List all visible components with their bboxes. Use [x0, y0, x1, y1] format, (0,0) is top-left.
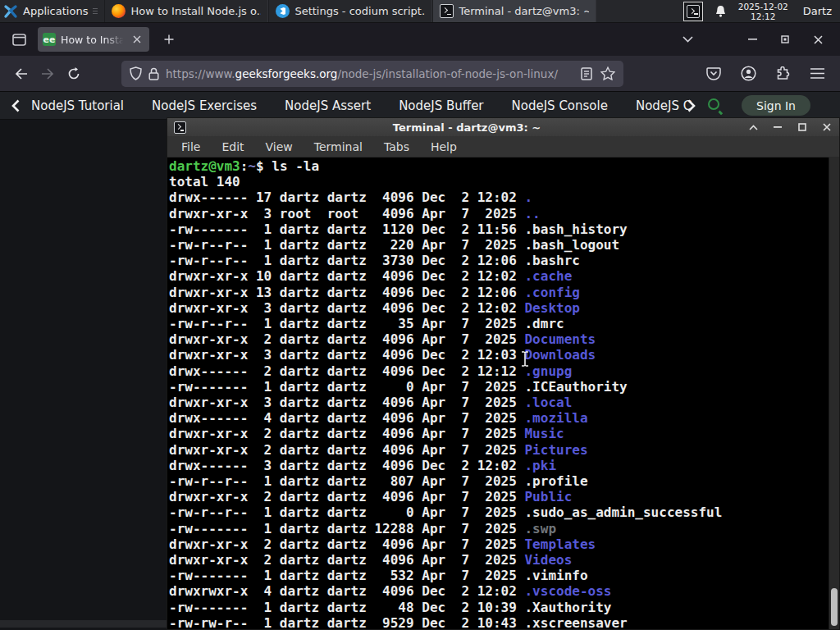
bookmark-star-icon[interactable]	[600, 66, 615, 80]
clock[interactable]: 2025-12-02 12:12	[738, 2, 788, 21]
terminal-output-line: drwxr-xr-x 2 dartz dartz 4096 Apr 7 2025…	[169, 552, 839, 568]
terminal-output[interactable]: dartz@vm3:~$ ls -la total 140 drwx------…	[167, 158, 839, 629]
terminal-minimize-button[interactable]	[772, 121, 783, 133]
chevron-left-icon	[11, 99, 20, 112]
sitenav-link[interactable]: NodeJS Crypto	[636, 98, 692, 113]
terminal-menu-file[interactable]: File	[181, 140, 200, 153]
terminal-tray-icon[interactable]	[683, 2, 703, 21]
sitenav-link[interactable]: NodeJS Buffer	[399, 98, 483, 113]
taskbar-window-button[interactable]: Terminal - dartz@vm3: ~	[432, 0, 596, 22]
maximize-icon	[798, 123, 806, 131]
account-button[interactable]	[740, 66, 756, 82]
new-tab-button[interactable]	[158, 28, 180, 51]
sitenav-link[interactable]: NodeJS Assert	[285, 98, 371, 113]
sitenav-link[interactable]: NodeJS Console	[512, 98, 608, 113]
window-controls	[742, 29, 833, 50]
forward-button[interactable]	[34, 61, 61, 87]
file-name: .pki	[524, 458, 556, 473]
bell-icon[interactable]	[714, 5, 727, 18]
panel-tray: 2025-12-02 12:12 Dartz	[683, 0, 840, 22]
terminal-output-line: -rw-r--r-- 1 dartz dartz 3730 Dec 2 12:0…	[169, 253, 839, 268]
nav-scroll-left-button[interactable]	[11, 99, 20, 112]
file-name: .bash_logout	[524, 237, 619, 253]
user-menu[interactable]: Dartz	[800, 5, 832, 17]
file-name: .ICEauthority	[524, 379, 627, 395]
nav-scroll-right-button[interactable]	[687, 99, 696, 112]
terminal-output-line: -rw------- 1 dartz dartz 48 Dec 2 10:39 …	[169, 600, 839, 615]
file-meta: -rw-r--r-- 1 dartz dartz 220 Apr 7 2025	[169, 237, 524, 253]
terminal-output-line: -rw-r--r-- 1 dartz dartz 35 Apr 7 2025 .…	[169, 316, 839, 331]
maximize-button[interactable]	[774, 29, 796, 50]
tab-close-button[interactable]	[130, 32, 144, 47]
terminal-scrollbar[interactable]	[829, 158, 839, 629]
firefox-view-button[interactable]	[7, 28, 31, 51]
hamburger-menu-icon	[810, 68, 824, 79]
applications-icon	[3, 4, 18, 19]
file-meta: drwxr-xr-x 2 dartz dartz 4096 Apr 7 2025	[169, 331, 524, 347]
command-text: ls -la	[272, 158, 319, 174]
terminal-output-line: drwxr-xr-x 10 dartz dartz 4096 Dec 2 12:…	[169, 268, 839, 284]
terminal-menu-terminal[interactable]: Terminal	[314, 140, 363, 153]
terminal-menu-view[interactable]: View	[266, 140, 293, 153]
terminal-output-line: drwxr-xr-x 2 dartz dartz 4096 Apr 7 2025…	[169, 426, 839, 441]
sign-in-button[interactable]: Sign In	[742, 95, 810, 116]
file-name: Public	[524, 489, 572, 504]
terminal-titlebar[interactable]: Terminal - dartz@vm3: ~	[167, 118, 839, 136]
terminal-close-button[interactable]	[821, 121, 833, 133]
terminal-output-line: -rw------- 1 dartz dartz 532 Apr 7 2025 …	[169, 568, 839, 583]
file-meta: drwxr-xr-x 3 dartz dartz 4096 Dec 2 12:0…	[169, 300, 524, 316]
file-name: .bash_history	[524, 221, 627, 237]
file-meta: drwxr-xr-x 2 dartz dartz 4096 Apr 7 2025	[169, 442, 524, 458]
search-button[interactable]	[707, 98, 724, 114]
site-favicon: ee	[43, 33, 56, 46]
file-meta: drwxr-xr-x 3 dartz dartz 4096 Apr 7 2025	[169, 395, 524, 410]
file-name: .Xauthority	[524, 600, 611, 615]
terminal-menu-help[interactable]: Help	[431, 140, 457, 153]
terminal-maximize-button[interactable]	[797, 121, 808, 133]
tab-title: How to Install Node.js on	[61, 34, 125, 46]
sitenav-link[interactable]: NodeJS Tutorial	[31, 98, 124, 113]
forward-icon	[41, 68, 54, 80]
terminal-menu-edit[interactable]: Edit	[221, 140, 244, 153]
file-name: .cache	[524, 268, 572, 284]
terminal-output-line: -rw------- 1 dartz dartz 0 Apr 7 2025 .I…	[169, 379, 839, 395]
page-scrollbar[interactable]	[0, 620, 167, 628]
file-meta: drwxr-xr-x 2 dartz dartz 4096 Apr 7 2025	[169, 426, 524, 441]
applications-menu[interactable]: Applications	[0, 0, 104, 22]
back-button[interactable]	[8, 61, 34, 87]
extensions-button[interactable]	[774, 66, 791, 82]
minimize-button[interactable]	[742, 29, 763, 50]
url-bar[interactable]: https://www.geeksforgeeks.org/node-js/in…	[121, 61, 623, 87]
terminal-menu-tabs[interactable]: Tabs	[384, 140, 409, 153]
file-name: Music	[524, 426, 564, 441]
terminal-output-line: drwx------ 2 dartz dartz 4096 Dec 2 12:1…	[169, 363, 839, 379]
firefox-icon	[112, 4, 126, 18]
close-window-button[interactable]	[807, 29, 829, 50]
desktop-panel: Applications How to Install Node.js o...…	[0, 0, 840, 23]
browser-tab[interactable]: ee How to Install Node.js on	[38, 27, 149, 52]
file-name: .config	[524, 285, 579, 300]
reload-button[interactable]	[61, 61, 87, 87]
taskbar-window-button[interactable]: How to Install Node.js o...	[104, 0, 268, 22]
extensions-icon	[775, 66, 790, 81]
panel-handle	[93, 8, 98, 14]
file-name: .dmrc	[524, 316, 564, 331]
close-icon	[133, 35, 141, 43]
terminal-title: Terminal - dartz@vm3: ~	[186, 121, 747, 134]
terminal-output-line: drwxr-xr-x 2 dartz dartz 4096 Apr 7 2025…	[169, 331, 839, 347]
tab-bar: ee How to Install Node.js on	[0, 23, 840, 56]
file-name: .sudo_as_admin_successful	[524, 504, 722, 520]
terminal-output-line: -rw-rw-r-- 1 dartz dartz 9529 Dec 2 10:4…	[169, 615, 839, 629]
shade-button[interactable]	[747, 121, 759, 133]
terminal-output-line: drwxr-xr-x 2 dartz dartz 4096 Apr 7 2025…	[169, 489, 839, 504]
reader-mode-icon[interactable]	[581, 67, 592, 80]
scrollbar-thumb[interactable]	[831, 588, 838, 626]
shade-icon	[749, 125, 758, 130]
pocket-button[interactable]	[705, 66, 722, 82]
hamburger-menu-button[interactable]	[809, 66, 825, 82]
total-line: total 140	[169, 174, 839, 189]
list-all-tabs-button[interactable]	[676, 28, 699, 51]
sitenav-link[interactable]: NodeJS Exercises	[152, 98, 257, 113]
new-tab-icon	[164, 34, 174, 44]
taskbar-window-button[interactable]: Settings - codium script...	[268, 0, 432, 22]
